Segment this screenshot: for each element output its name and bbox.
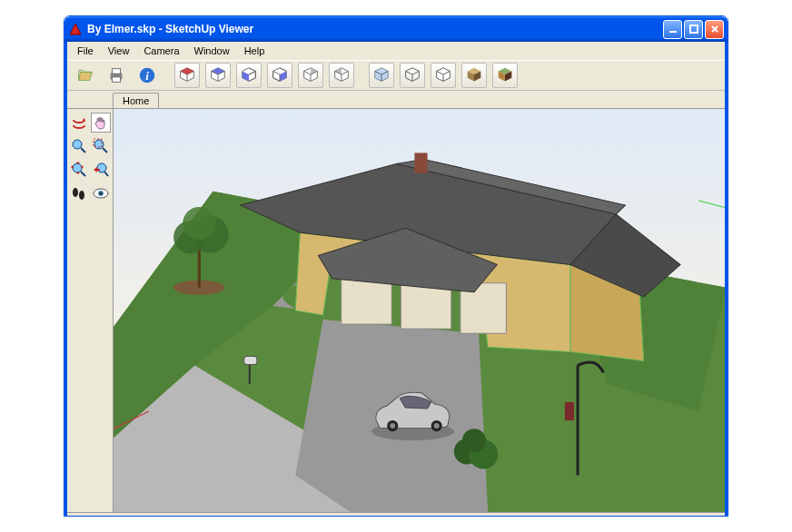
statusbar: Drag in direction to pan bbox=[67, 512, 725, 517]
svg-rect-1 bbox=[690, 25, 698, 33]
view-right-button[interactable] bbox=[267, 63, 292, 88]
view-back-button[interactable] bbox=[298, 63, 323, 88]
view-iso-button[interactable] bbox=[174, 63, 200, 88]
style-xray-button[interactable] bbox=[369, 63, 394, 88]
titlebar: By Elmer.skp - SketchUp Viewer bbox=[64, 16, 728, 42]
menu-camera[interactable]: Camera bbox=[137, 44, 185, 58]
open-button[interactable] bbox=[73, 63, 98, 88]
menu-help[interactable]: Help bbox=[238, 44, 272, 58]
style-textures-button[interactable] bbox=[492, 63, 518, 88]
walk-button[interactable] bbox=[69, 183, 89, 203]
navigation-toolbar bbox=[67, 109, 113, 512]
orbit-button[interactable] bbox=[69, 113, 89, 133]
svg-rect-30 bbox=[414, 153, 427, 172]
svg-point-11 bbox=[97, 163, 106, 172]
print-button[interactable] bbox=[104, 63, 129, 88]
zoom-previous-button[interactable] bbox=[91, 160, 111, 180]
zoom-window-button[interactable] bbox=[91, 136, 111, 156]
view-top-button[interactable] bbox=[205, 63, 231, 88]
svg-point-13 bbox=[79, 191, 84, 200]
svg-rect-45 bbox=[565, 402, 574, 420]
zoom-extents-button[interactable] bbox=[69, 160, 89, 180]
close-button[interactable] bbox=[705, 20, 724, 39]
menu-window[interactable]: Window bbox=[188, 44, 236, 58]
menu-view[interactable]: View bbox=[102, 44, 136, 58]
svg-point-12 bbox=[73, 188, 78, 197]
tab-home[interactable]: Home bbox=[113, 93, 159, 108]
svg-point-43 bbox=[462, 429, 486, 452]
menu-file[interactable]: File bbox=[71, 44, 100, 58]
menubar: File View Camera Window Help bbox=[67, 42, 725, 60]
view-front-button[interactable] bbox=[236, 63, 262, 88]
window-title: By Elmer.skp - SketchUp Viewer bbox=[87, 23, 663, 35]
scene-tabs: Home bbox=[67, 91, 725, 108]
svg-point-33 bbox=[390, 423, 395, 429]
style-hidden-button[interactable] bbox=[431, 63, 456, 88]
toolbar: i bbox=[67, 60, 725, 91]
svg-rect-3 bbox=[112, 69, 120, 74]
svg-point-40 bbox=[183, 207, 215, 240]
svg-rect-4 bbox=[112, 77, 120, 83]
look-around-button[interactable] bbox=[91, 183, 111, 203]
info-button[interactable]: i bbox=[134, 63, 160, 88]
pan-button[interactable] bbox=[91, 113, 111, 133]
svg-rect-47 bbox=[244, 356, 257, 364]
svg-line-49 bbox=[698, 201, 725, 208]
zoom-button[interactable] bbox=[69, 136, 89, 156]
svg-point-7 bbox=[73, 140, 82, 149]
view-left-button[interactable] bbox=[329, 63, 354, 88]
minimize-button[interactable] bbox=[663, 20, 682, 39]
status-hint: Drag in direction to pan bbox=[73, 515, 176, 517]
viewport-3d[interactable] bbox=[113, 109, 725, 512]
svg-point-16 bbox=[100, 192, 103, 195]
svg-text:i: i bbox=[145, 70, 149, 83]
style-shaded-button[interactable] bbox=[461, 63, 487, 88]
style-wireframe-button[interactable] bbox=[400, 63, 425, 88]
app-icon bbox=[68, 22, 83, 36]
svg-point-10 bbox=[73, 163, 82, 172]
maximize-button[interactable] bbox=[684, 20, 703, 39]
svg-point-35 bbox=[434, 423, 440, 429]
svg-rect-0 bbox=[669, 31, 677, 33]
